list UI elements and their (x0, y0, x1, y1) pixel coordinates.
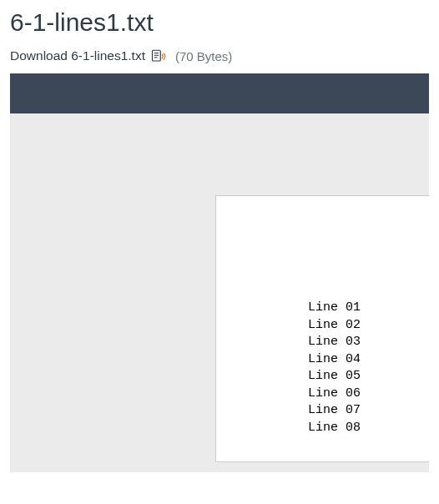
file-header: 6-1-lines1.txt Download 6-1-lines1.txt (… (0, 0, 439, 63)
file-size: (70 Bytes) (175, 49, 232, 63)
document-audio-icon[interactable] (151, 48, 166, 63)
download-row: Download 6-1-lines1.txt (70 Bytes) (10, 48, 429, 63)
file-contents: Line 01 Line 02 Line 03 Line 04 Line 05 … (308, 300, 429, 436)
download-link[interactable]: Download 6-1-lines1.txt (10, 48, 145, 63)
page-title: 6-1-lines1.txt (10, 8, 429, 37)
document-page: Line 01 Line 02 Line 03 Line 04 Line 05 … (215, 195, 429, 462)
preview-area: Line 01 Line 02 Line 03 Line 04 Line 05 … (10, 113, 429, 472)
preview-toolbar (10, 73, 429, 113)
